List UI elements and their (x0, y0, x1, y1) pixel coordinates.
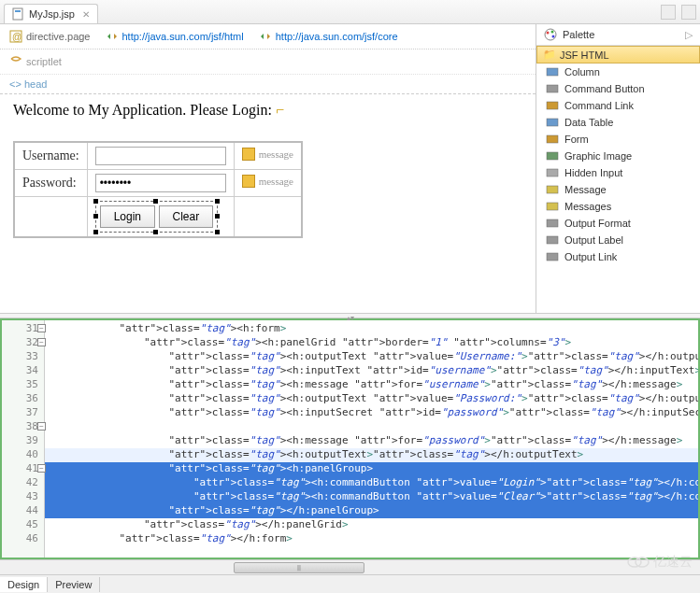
svg-point-20 (628, 558, 641, 567)
palette-item[interactable]: Form (536, 131, 700, 148)
editor-tab-bar: MyJsp.jsp ✕ (0, 0, 700, 24)
svg-rect-17 (547, 219, 558, 227)
message-icon (242, 148, 255, 161)
svg-rect-11 (547, 119, 558, 126)
svg-rect-9 (547, 85, 558, 92)
palette-item[interactable]: Output Link (536, 248, 700, 265)
head-tag-bar[interactable]: <> head (0, 74, 536, 94)
svg-point-7 (552, 35, 555, 38)
palette-icon (544, 28, 557, 41)
breadcrumb-taglib-core[interactable]: http://java.sun.com/jsf/core (259, 30, 398, 43)
directive-icon: @ (9, 30, 22, 43)
palette-header: Palette ▷ (536, 24, 700, 46)
svg-point-6 (551, 31, 554, 34)
component-icon (546, 201, 559, 212)
taglib-icon (259, 30, 272, 43)
svg-rect-12 (547, 135, 558, 143)
palette-item[interactable]: Column (536, 64, 700, 80)
message-icon (242, 175, 255, 188)
svg-rect-18 (547, 236, 558, 244)
palette-item[interactable]: Output Label (536, 232, 700, 248)
component-icon (546, 251, 559, 262)
palette-item[interactable]: Data Table (536, 114, 700, 131)
password-label: Password: (14, 170, 87, 197)
svg-rect-1 (15, 10, 21, 12)
password-input[interactable] (95, 174, 226, 192)
component-icon (546, 184, 559, 195)
username-message: message (242, 148, 293, 161)
svg-rect-19 (547, 253, 558, 261)
password-message: message (242, 175, 293, 188)
file-tab[interactable]: MyJsp.jsp ✕ (4, 4, 98, 23)
component-icon (546, 150, 559, 162)
design-canvas[interactable]: Welcome to My Application. Please Login:… (0, 94, 536, 313)
component-icon (546, 134, 559, 145)
component-icon (546, 83, 559, 94)
component-icon (546, 218, 559, 229)
palette-item[interactable]: Messages (536, 198, 700, 215)
tab-preview[interactable]: Preview (48, 577, 100, 592)
scriptlet-icon (9, 55, 22, 68)
palette-item[interactable]: Graphic Image (536, 148, 700, 164)
editor-mode-tabs: Design Preview (0, 574, 700, 593)
source-code-editor[interactable]: "attr">class="tag"><h:form> "attr">class… (45, 320, 698, 558)
minimize-button[interactable] (661, 5, 676, 20)
svg-rect-10 (547, 102, 558, 109)
folder-icon: 📁 (543, 49, 556, 61)
breadcrumb-bar: @ directive.page http://java.sun.com/jsf… (0, 24, 536, 49)
svg-point-5 (547, 32, 550, 35)
close-icon[interactable]: ✕ (82, 9, 90, 20)
tab-design[interactable]: Design (0, 577, 48, 592)
file-tab-label: MyJsp.jsp (29, 8, 75, 20)
svg-point-21 (636, 558, 649, 567)
palette-item[interactable]: Output Format (536, 215, 700, 232)
breadcrumb-directive[interactable]: @ directive.page (9, 30, 91, 43)
maximize-button[interactable] (681, 5, 696, 20)
pin-icon[interactable]: ▷ (685, 29, 693, 41)
palette-item[interactable]: Message (536, 181, 700, 198)
svg-rect-0 (13, 8, 22, 20)
palette-item[interactable]: Command Link (536, 97, 700, 114)
palette-section-jsf-html[interactable]: 📁 JSF HTML (536, 46, 700, 64)
component-icon (546, 66, 559, 78)
login-form-grid: Username: message Password: message (13, 141, 303, 238)
line-number-gutter: 31−32−333435363738−394041−4243444546 (2, 320, 45, 558)
design-editor-pane: @ directive.page http://java.sun.com/jsf… (0, 24, 536, 313)
breadcrumb-taglib-html[interactable]: http://java.sun.com/jsf/html (106, 30, 244, 43)
svg-rect-15 (547, 186, 558, 193)
palette-item[interactable]: Hidden Input (536, 164, 700, 181)
taglib-icon (106, 30, 119, 43)
horizontal-scrollbar[interactable]: ⫴ (0, 559, 700, 574)
watermark: 亿速云 (627, 554, 693, 571)
scrollbar-thumb[interactable]: ⫴ (234, 562, 364, 573)
login-button[interactable]: Login (100, 205, 155, 228)
palette-item[interactable]: Command Button (536, 80, 700, 97)
palette-item-list: ColumnCommand ButtonCommand LinkData Tab… (536, 64, 700, 313)
component-icon (546, 117, 559, 128)
clear-button[interactable]: Clear (159, 205, 214, 228)
svg-rect-13 (547, 152, 558, 160)
svg-point-4 (545, 29, 556, 40)
palette-title: Palette (563, 29, 594, 40)
source-code-pane: 31−32−333435363738−394041−4243444546 "at… (0, 318, 700, 559)
svg-rect-16 (547, 203, 558, 210)
palette-pane: Palette ▷ 📁 JSF HTML ColumnCommand Butto… (536, 24, 700, 313)
svg-rect-8 (547, 68, 558, 76)
svg-text:@: @ (12, 32, 21, 42)
component-icon (546, 100, 559, 111)
button-panel-group[interactable]: Login Clear (95, 201, 219, 233)
svg-rect-14 (547, 169, 558, 176)
username-input[interactable] (95, 147, 226, 165)
welcome-text: Welcome to My Application. Please Login:… (13, 102, 522, 119)
username-label: Username: (14, 142, 87, 170)
component-icon (546, 234, 559, 246)
component-icon (546, 167, 559, 178)
scriptlet-bar[interactable]: scriptlet (0, 49, 536, 74)
jsp-file-icon (12, 7, 25, 21)
